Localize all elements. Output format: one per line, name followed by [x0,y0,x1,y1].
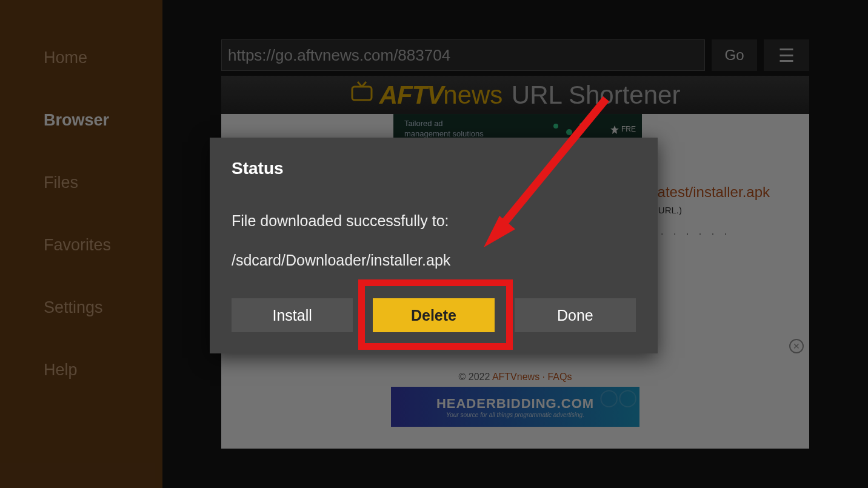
delete-button[interactable]: Delete [373,298,494,332]
done-button[interactable]: Done [515,298,636,332]
dialog-title: Status [232,159,636,178]
dialog-buttons: Install Delete Done [232,298,636,332]
status-dialog: Status File downloaded successfully to: … [210,138,658,353]
dialog-message-1: File downloaded successfully to: [232,212,636,230]
install-button[interactable]: Install [232,298,353,332]
dialog-message-2: /sdcard/Downloader/installer.apk [232,252,636,269]
